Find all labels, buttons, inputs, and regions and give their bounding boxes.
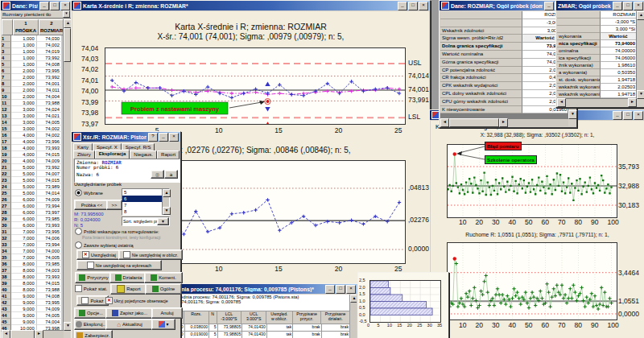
table-row[interactable]: ominalna74,00000 (557, 47, 637, 55)
cell-probka[interactable]: 1,000 (11, 48, 36, 55)
cell-probka[interactable]: 3,000 (11, 106, 36, 113)
cell[interactable]: 74,01430 (242, 332, 267, 338)
cell-probka[interactable]: 2,000 (11, 80, 36, 87)
close-icon[interactable]: × (419, 2, 428, 10)
cell-probka[interactable]: 3,000 (11, 126, 36, 132)
tab-raport[interactable]: Raport (157, 150, 180, 159)
row-number[interactable]: 35 (1, 254, 11, 261)
table-row[interactable]: 143,00074,005 (1, 119, 62, 126)
table-row[interactable]: 133,00074,021 (1, 113, 62, 119)
table-row[interactable]: nica specyfikacji73,94000 (557, 40, 637, 47)
table-row[interactable]: ROZMIAR (440, 11, 568, 19)
row-number[interactable]: 43 (1, 306, 11, 312)
cell[interactable]: brak (322, 324, 350, 332)
table-row[interactable]: ica specyfikacji74,06000 (557, 55, 637, 62)
maximize-icon[interactable]: □ (50, 2, 60, 10)
cell-rozmiar[interactable]: 74,024 (37, 106, 62, 113)
row-number[interactable]: 42 (1, 299, 11, 306)
performance-grid[interactable]: ROZMIAR-3,000 *S3,000 *SiwykonaniaWartoś… (557, 11, 637, 99)
scroll-up-icon[interactable]: ▲ (637, 11, 644, 20)
eksploruj-button[interactable]: Eksploruj... (74, 319, 108, 330)
cell-probka[interactable]: 6,000 (11, 209, 36, 216)
cell[interactable]: 73,98805 (218, 324, 243, 332)
column-header[interactable]: UCL 3.000*S (242, 311, 266, 324)
table-row[interactable]: 378,00074,003 (1, 267, 62, 274)
row-number[interactable]: 36 (1, 261, 11, 267)
cell-probka[interactable]: 8,000 (11, 280, 36, 286)
table-row[interactable]: Wartość nominalna74,00000 (440, 51, 568, 59)
table-row[interactable]: 368,00073,985 (1, 261, 62, 267)
table-row[interactable]: 51,00074,008 (1, 61, 62, 68)
cell-probka[interactable]: 6,000 (11, 222, 36, 229)
table-row[interactable]: a wykonania)0,50350 (557, 69, 637, 76)
row-number[interactable]: 14 (1, 119, 11, 126)
titlebar-performance[interactable]: ZMIAR; Ogół próbek (domyśl _□× (556, 1, 644, 10)
ogolne-button[interactable]: Ogólne (145, 283, 182, 295)
minimize-icon[interactable]: _ (159, 133, 168, 142)
opcje-button[interactable]: Opcje... (74, 307, 108, 319)
table-row[interactable]: 357,00074,005 (1, 254, 62, 261)
row-number[interactable]: 40 (1, 286, 11, 293)
table-row[interactable]: 266,00074,009 (1, 196, 62, 203)
cell-rozmiar[interactable]: 74,009 (37, 196, 62, 203)
cell-rozmiar[interactable]: 74,007 (37, 171, 62, 177)
cell[interactable]: tak (267, 332, 293, 338)
zapisz-jako-button[interactable]: Zapisz jako... (105, 307, 154, 319)
row-number[interactable]: 18 (1, 145, 11, 151)
sheet-grid[interactable]: 11,00074,03021,00074,00231,00074,01941,0… (1, 35, 62, 332)
row-number[interactable]: 3 (1, 48, 11, 55)
row-number[interactable]: 11 (1, 100, 11, 106)
titlebar-pistons[interactable]: Dane: Pistons.sta _□× (1, 1, 72, 10)
scroll-right-icon[interactable]: ► (628, 98, 637, 107)
cell-probka[interactable]: 2,000 (11, 93, 36, 100)
row-number[interactable]: 34 (1, 248, 11, 254)
cell-rozmiar[interactable]: 74,015 (37, 280, 62, 286)
cell-probka[interactable]: 4,000 (11, 138, 36, 145)
table-row[interactable]: 3,000 *Si (557, 26, 637, 33)
cell-rozmiar[interactable]: 74,002 (37, 132, 62, 138)
cell-probka[interactable]: 9,000 (11, 319, 36, 325)
table-row[interactable]: 429,00073,995 (1, 299, 62, 306)
row-number[interactable]: 22 (1, 171, 11, 177)
minimize-icon[interactable]: _ (613, 2, 622, 10)
cell-rozmiar[interactable]: 73,995 (37, 68, 62, 74)
scroll-down-icon[interactable]: ▼ (637, 90, 644, 99)
cell-probka[interactable]: 8,000 (11, 274, 36, 280)
table-row[interactable]: -3,000 *S (557, 19, 637, 26)
cell-probka[interactable]: 3,000 (11, 119, 36, 126)
label-icon[interactable]: a (164, 170, 178, 179)
table-row[interactable]: 317,00073,995 (1, 229, 62, 235)
cell-probka[interactable]: 5,000 (11, 177, 36, 183)
row-number[interactable]: 2 (1, 42, 11, 48)
table-row[interactable]: 123,00074,024 (1, 106, 62, 113)
cell-probka[interactable]: 4,000 (11, 132, 36, 138)
table-row[interactable]: 00,038000573,9880574,01430takbrakbrak (177, 324, 350, 332)
table-row[interactable]: 153,00074,002 (1, 126, 62, 132)
cell-probka[interactable]: 5,000 (11, 190, 36, 196)
table-row[interactable]: źnik wykonania)1,98610 (557, 62, 637, 69)
cell-rozmiar[interactable]: 73,995 (37, 229, 62, 235)
cell-probka[interactable]: 1,000 (11, 42, 36, 48)
row-number[interactable]: 26 (1, 196, 11, 203)
cell-rozmiar[interactable]: 73,993 (37, 222, 62, 229)
cell-rozmiar[interactable]: 73,988 (37, 286, 62, 293)
minimize-icon[interactable]: _ (39, 2, 49, 10)
cell-probka[interactable]: 4,000 (11, 145, 36, 151)
table-row[interactable]: -3,000 *S (440, 19, 568, 27)
cell-probka[interactable]: 2,000 (11, 87, 36, 93)
cell[interactable]: 0,038000 (185, 324, 210, 332)
cell-probka[interactable]: 5,000 (11, 183, 36, 190)
header-dropdown-icon[interactable]: ▾ (63, 10, 70, 18)
chart-dropdown-button[interactable]: ▾ (151, 319, 175, 330)
table-row[interactable]: 408,00073,988 (1, 286, 62, 293)
nie-uwzgledniaj-oblicz-button[interactable]: Nie uwzględniaj w oblicz. (118, 249, 183, 260)
listbox-item[interactable]: 8 (122, 208, 163, 215)
table-row[interactable]: 72,00073,992 (1, 74, 62, 80)
vertical-scrollbar[interactable]: ▲ ▼ (636, 11, 644, 99)
table-row[interactable]: 62,00073,995 (1, 68, 62, 74)
listbox-item[interactable]: 5 (122, 189, 163, 196)
tab-eksploracja[interactable]: Eksploracja (95, 150, 130, 159)
horizontal-scrollbar[interactable]: ◄ ► (557, 98, 637, 106)
table-row[interactable]: 174,00073,996 (1, 138, 62, 145)
row-number[interactable]: 21 (1, 164, 11, 171)
